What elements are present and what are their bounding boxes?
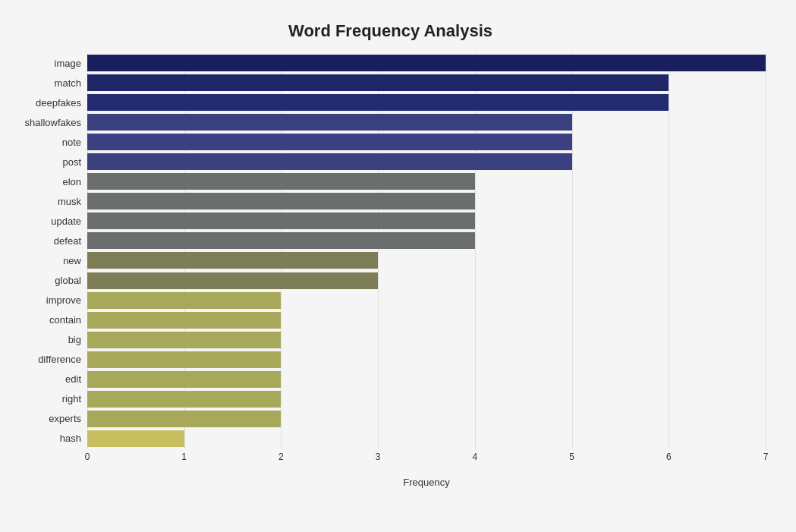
- y-label: shallowfakes: [25, 112, 81, 132]
- y-label: note: [62, 132, 81, 152]
- x-tick: 5: [569, 452, 574, 462]
- bar-row: [87, 211, 766, 231]
- bar-row: [87, 172, 766, 191]
- bar: [87, 411, 281, 427]
- y-label: post: [62, 152, 81, 172]
- chart-container: Word Frequency Analysis imagematchdeepfa…: [0, 0, 796, 532]
- bar: [87, 173, 475, 190]
- bar-row: [87, 389, 766, 409]
- bar: [87, 371, 281, 388]
- bar: [87, 272, 378, 289]
- y-label: improve: [46, 291, 81, 310]
- bar-row: [87, 132, 766, 152]
- bars-and-xaxis: Frequency 01234567: [87, 53, 766, 471]
- bar: [87, 252, 378, 269]
- bar-row: [87, 93, 766, 112]
- bar: [87, 74, 669, 91]
- bar: [87, 55, 766, 71]
- bars-area: [87, 53, 766, 449]
- y-label: global: [55, 271, 81, 291]
- x-axis: Frequency 01234567: [87, 449, 766, 471]
- y-label: deepfakes: [36, 93, 81, 112]
- bar-row: [87, 191, 766, 211]
- x-tick: 1: [181, 452, 187, 462]
- bar: [87, 193, 475, 209]
- bar: [87, 153, 572, 170]
- y-label: elon: [62, 172, 81, 191]
- bar-row: [87, 350, 766, 370]
- y-label: edit: [65, 370, 81, 389]
- bar-row: [87, 370, 766, 389]
- bar-row: [87, 409, 766, 429]
- bar: [87, 134, 572, 150]
- x-tick: 4: [473, 452, 478, 462]
- bar: [87, 292, 281, 309]
- chart-area: imagematchdeepfakesshallowfakesnoteposte…: [15, 53, 766, 471]
- y-label: match: [55, 73, 81, 93]
- x-tick: 3: [376, 452, 381, 462]
- bar: [87, 351, 281, 368]
- bar-row: [87, 291, 766, 310]
- bar: [87, 332, 281, 348]
- y-label: image: [55, 53, 81, 73]
- y-label: new: [63, 250, 81, 270]
- y-label: difference: [38, 350, 81, 370]
- bar-row: [87, 310, 766, 330]
- bar-row: [87, 53, 766, 73]
- y-axis: imagematchdeepfakesshallowfakesnoteposte…: [15, 53, 87, 471]
- bar: [87, 312, 281, 329]
- bar: [87, 232, 475, 249]
- y-label: update: [51, 211, 81, 231]
- bar-row: [87, 152, 766, 172]
- x-tick: 0: [85, 452, 90, 462]
- x-axis-label: Frequency: [403, 477, 449, 488]
- bar-row: [87, 330, 766, 350]
- bar: [87, 212, 475, 229]
- bar: [87, 391, 281, 408]
- bar-row: [87, 231, 766, 250]
- y-label: experts: [49, 409, 81, 429]
- bar-row: [87, 429, 766, 449]
- bar: [87, 114, 572, 131]
- x-tick: 6: [666, 452, 672, 462]
- chart-title: Word Frequency Analysis: [15, 15, 766, 41]
- x-tick: 7: [763, 452, 769, 462]
- bar-row: [87, 250, 766, 270]
- y-label: defeat: [54, 231, 81, 250]
- y-label: musk: [58, 191, 81, 211]
- x-tick: 2: [278, 452, 284, 462]
- bar: [87, 430, 184, 447]
- y-label: big: [68, 330, 81, 350]
- bar-row: [87, 112, 766, 132]
- bar-row: [87, 271, 766, 291]
- y-label: contain: [49, 310, 81, 330]
- bar: [87, 94, 669, 111]
- grid-line: [766, 53, 766, 449]
- y-label: right: [62, 389, 81, 409]
- y-label: hash: [60, 429, 81, 449]
- bar-row: [87, 73, 766, 93]
